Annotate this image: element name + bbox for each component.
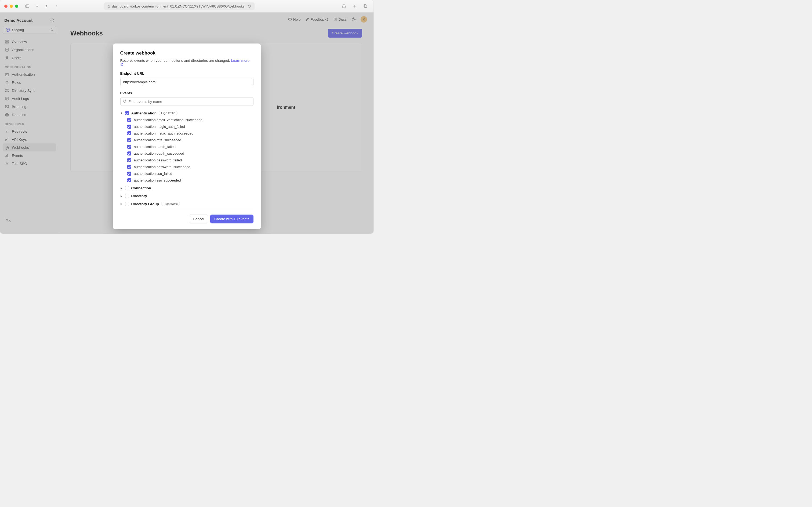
event-checkbox[interactable] [127, 125, 131, 129]
event-checkbox[interactable] [127, 131, 131, 135]
event-row[interactable]: authentication.password_succeeded [127, 164, 253, 170]
event-group-label: Directory Group [131, 202, 159, 206]
event-group-header[interactable]: ▶Connection [120, 185, 253, 191]
event-name: authentication.sso_succeeded [134, 178, 181, 182]
url-text: dashboard.workos.com/environment_01J1ZNC… [112, 4, 245, 8]
event-group: ▶Directory GroupHigh traffic [120, 200, 253, 207]
browser-chrome: dashboard.workos.com/environment_01J1ZNC… [0, 0, 373, 13]
sidebar-toggle-icon[interactable] [23, 3, 31, 9]
svg-rect-2 [108, 6, 110, 7]
event-row[interactable]: authentication.password_failed [127, 157, 253, 164]
events-label: Events [120, 91, 253, 95]
tabs-icon[interactable] [362, 3, 369, 9]
event-group-checkbox[interactable] [125, 202, 129, 206]
app-shell: Demo Account Staging Overview [0, 13, 373, 234]
event-checkbox[interactable] [127, 172, 131, 176]
event-name: authentication.mfa_succeeded [134, 138, 181, 142]
event-group: ▶Connection [120, 185, 253, 191]
event-groups: ▼AuthenticationHigh trafficauthenticatio… [120, 110, 253, 207]
event-row[interactable]: authentication.magic_auth_failed [127, 123, 253, 130]
window-minimize-button[interactable] [10, 5, 13, 8]
window-maximize-button[interactable] [15, 5, 18, 8]
event-checkbox[interactable] [127, 158, 131, 162]
event-name: authentication.sso_failed [134, 172, 172, 176]
modal-footer: Cancel Create with 10 events [120, 215, 253, 223]
url-bar[interactable]: dashboard.workos.com/environment_01J1ZNC… [104, 2, 254, 10]
events-search [120, 97, 253, 106]
event-group-label: Directory [131, 194, 147, 198]
reload-icon[interactable] [247, 5, 251, 8]
event-checkbox[interactable] [127, 178, 131, 182]
lock-icon [107, 5, 110, 8]
event-row[interactable]: authentication.magic_auth_succeeded [127, 130, 253, 137]
event-name: authentication.email_verification_succee… [134, 118, 202, 122]
event-name: authentication.magic_auth_succeeded [134, 131, 193, 135]
event-row[interactable]: authentication.oauth_succeeded [127, 150, 253, 157]
chrome-right [340, 3, 369, 9]
event-group: ▼AuthenticationHigh trafficauthenticatio… [120, 110, 253, 184]
chevron-right-icon[interactable]: ▶ [120, 203, 123, 205]
events-search-input[interactable] [120, 97, 253, 106]
event-row[interactable]: authentication.mfa_succeeded [127, 137, 253, 144]
event-name: authentication.oauth_succeeded [134, 152, 184, 156]
svg-rect-5 [364, 5, 367, 7]
event-group-checkbox[interactable] [125, 186, 129, 190]
event-checkbox[interactable] [127, 165, 131, 169]
divider [120, 210, 253, 210]
event-name: authentication.password_failed [134, 158, 182, 162]
event-children: authentication.email_verification_succee… [120, 117, 253, 184]
high-traffic-badge: High traffic [159, 111, 177, 115]
chevron-down-icon[interactable] [33, 3, 41, 9]
event-row[interactable]: authentication.oauth_failed [127, 144, 253, 150]
event-group-checkbox[interactable] [125, 194, 129, 198]
create-webhook-modal: Create webhook Receive events when your … [113, 44, 261, 229]
event-group-header[interactable]: ▶Directory GroupHigh traffic [120, 200, 253, 207]
share-icon[interactable] [340, 3, 348, 9]
event-row[interactable]: authentication.sso_failed [127, 170, 253, 177]
event-row[interactable]: authentication.sso_succeeded [127, 177, 253, 184]
event-row[interactable]: authentication.email_verification_succee… [127, 117, 253, 123]
svg-point-41 [123, 100, 126, 103]
chevron-right-icon[interactable]: ▶ [120, 195, 123, 198]
event-name: authentication.oauth_failed [134, 145, 176, 149]
create-with-events-button[interactable]: Create with 10 events [210, 215, 253, 223]
modal-title: Create webhook [120, 51, 253, 56]
traffic-lights [4, 5, 18, 8]
event-group-label: Authentication [131, 111, 157, 115]
forward-button[interactable] [53, 3, 60, 9]
endpoint-url-label: Endpoint URL [120, 71, 253, 75]
chevron-down-icon[interactable]: ▼ [120, 112, 123, 114]
svg-rect-0 [26, 5, 29, 8]
event-checkbox[interactable] [127, 118, 131, 122]
event-group-checkbox[interactable] [125, 111, 129, 115]
event-checkbox[interactable] [127, 138, 131, 142]
cancel-button[interactable]: Cancel [189, 215, 208, 223]
event-name: authentication.password_succeeded [134, 165, 190, 169]
external-link-icon [120, 63, 123, 66]
chevron-right-icon[interactable]: ▶ [120, 187, 123, 189]
back-button[interactable] [43, 3, 51, 9]
browser-window: dashboard.workos.com/environment_01J1ZNC… [0, 0, 373, 234]
modal-description: Receive events when your connections and… [120, 59, 253, 67]
high-traffic-badge: High traffic [161, 202, 180, 206]
search-icon [123, 100, 127, 103]
new-tab-icon[interactable] [351, 3, 358, 9]
window-close-button[interactable] [4, 5, 7, 8]
modal-overlay[interactable]: Create webhook Receive events when your … [0, 13, 373, 234]
event-group-header[interactable]: ▼AuthenticationHigh traffic [120, 110, 253, 117]
event-group: ▶Directory [120, 192, 253, 199]
event-name: authentication.magic_auth_failed [134, 125, 185, 129]
svg-line-42 [125, 102, 126, 103]
endpoint-url-input[interactable] [120, 77, 253, 86]
event-group-header[interactable]: ▶Directory [120, 192, 253, 199]
event-group-label: Connection [131, 186, 151, 190]
event-checkbox[interactable] [127, 145, 131, 149]
event-checkbox[interactable] [127, 152, 131, 156]
